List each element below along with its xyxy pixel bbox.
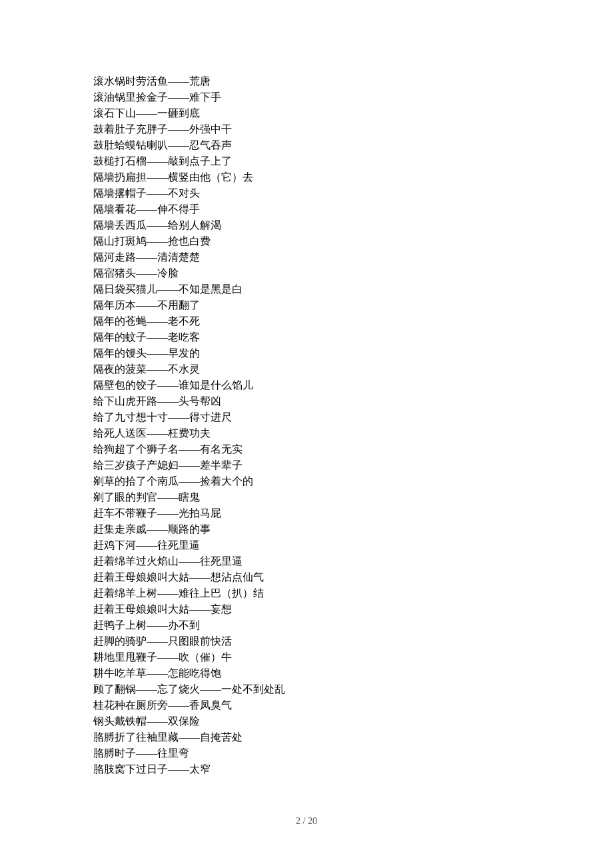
text-line: 赶车不带鞭子——光拍马屁 <box>93 505 520 521</box>
text-line: 剜草的拾了个南瓜——捡着大个的 <box>93 473 520 489</box>
text-line: 耕地里甩鞭子——吹（催）牛 <box>93 649 520 665</box>
text-line: 滚水锅时劳活鱼——荒唐 <box>93 73 520 89</box>
text-line: 赶鸭子上树——办不到 <box>93 617 520 633</box>
text-line: 赶着绵羊过火焰山——往死里逼 <box>93 553 520 569</box>
text-line: 隔年的蚊子——老吃客 <box>93 329 520 345</box>
text-line: 赶着王母娘娘叫大姑——妄想 <box>93 601 520 617</box>
text-line: 耕牛吃羊草——怎能吃得饱 <box>93 665 520 681</box>
text-line: 给三岁孩子产媳妇——差半辈子 <box>93 457 520 473</box>
text-line: 隔墙丢西瓜——给别人解渴 <box>93 217 520 233</box>
text-line: 赶着绵羊上树——难往上巴（扒）结 <box>93 585 520 601</box>
text-line: 给死人送医——枉费功夫 <box>93 425 520 441</box>
page-number-footer: 2 / 20 <box>0 816 613 827</box>
text-line: 鼓肚蛤蟆钻喇叭——忍气吞声 <box>93 137 520 153</box>
text-line: 给下山虎开路——头号帮凶 <box>93 393 520 409</box>
text-line: 胳膊折了往袖里藏——自掩苦处 <box>93 729 520 745</box>
text-body: 滚水锅时劳活鱼——荒唐滚油锅里捡金子——难下手滚石下山——一砸到底鼓着肚子充胖子… <box>93 73 520 777</box>
text-line: 隔年的馒头——早发的 <box>93 345 520 361</box>
text-line: 隔山打斑鸠——抢也白费 <box>93 233 520 249</box>
text-line: 隔河走路——清清楚楚 <box>93 249 520 265</box>
text-line: 赶鸡下河——往死里逼 <box>93 537 520 553</box>
text-line: 滚石下山——一砸到底 <box>93 105 520 121</box>
text-line: 隔宿猪头——冷脸 <box>93 265 520 281</box>
text-line: 给狗超了个狮子名——有名无实 <box>93 441 520 457</box>
text-line: 胳肢窝下过日子——太窄 <box>93 761 520 777</box>
text-line: 滚油锅里捡金子——难下手 <box>93 89 520 105</box>
text-line: 顾了翻锅——忘了烧火——一处不到处乱 <box>93 681 520 697</box>
text-line: 桂花种在厕所旁——香凤臭气 <box>93 697 520 713</box>
text-line: 鼓着肚子充胖子——外强中干 <box>93 121 520 137</box>
text-line: 隔墙撂帽子——不对头 <box>93 185 520 201</box>
text-line: 赶集走亲戚——顺路的事 <box>93 521 520 537</box>
text-line: 钢头戴铁帽——双保险 <box>93 713 520 729</box>
text-line: 鼓槌打石榴——敲到点子上了 <box>93 153 520 169</box>
text-line: 胳膊时子——往里弯 <box>93 745 520 761</box>
text-line: 隔墙看花——伸不得手 <box>93 201 520 217</box>
text-line: 隔年历本——不用翻了 <box>93 297 520 313</box>
text-line: 给了九寸想十寸——得寸进尺 <box>93 409 520 425</box>
text-line: 隔夜的菠菜——不水灵 <box>93 361 520 377</box>
text-line: 隔墙扔扁担——横竖由他（它）去 <box>93 169 520 185</box>
text-line: 赶脚的骑驴——只图眼前快活 <box>93 633 520 649</box>
text-line: 隔壁包的饺子——谁知是什么馅儿 <box>93 377 520 393</box>
text-line: 隔年的苍蝇——老不死 <box>93 313 520 329</box>
text-line: 剜了眼的判官——瞎鬼 <box>93 489 520 505</box>
text-line: 隔日袋买猫儿——不知是黑是白 <box>93 281 520 297</box>
text-line: 赶着王母娘娘叫大姑——想沾点仙气 <box>93 569 520 585</box>
document-page: 滚水锅时劳活鱼——荒唐滚油锅里捡金子——难下手滚石下山——一砸到底鼓着肚子充胖子… <box>0 0 613 817</box>
